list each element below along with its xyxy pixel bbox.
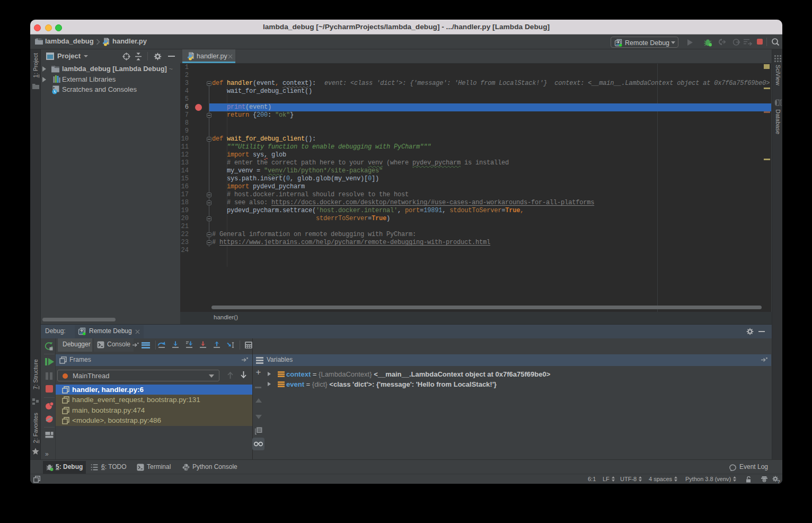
svg-text:?: ? <box>778 479 781 483</box>
